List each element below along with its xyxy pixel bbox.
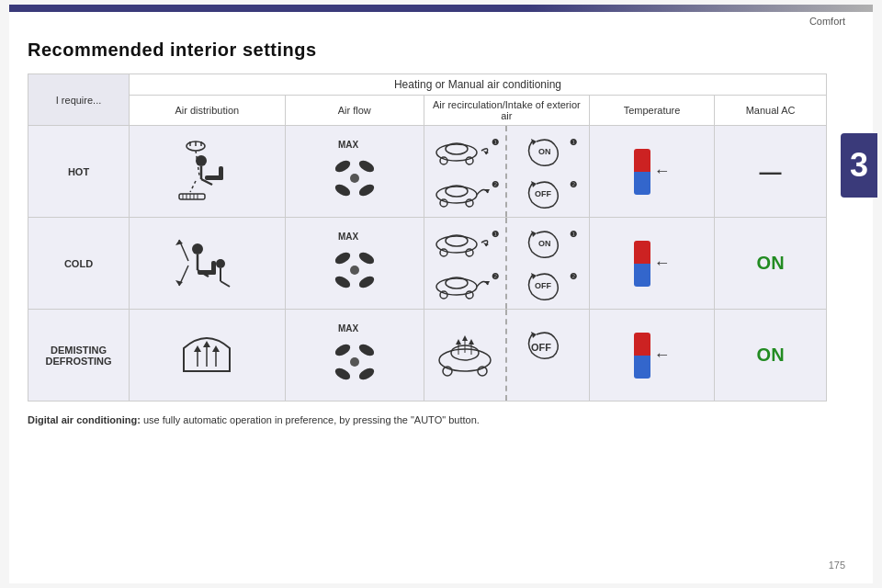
row-cold: COLD bbox=[28, 218, 827, 310]
demist-air-dist bbox=[130, 310, 286, 401]
cold-car-bottom-icon: ❷ bbox=[431, 268, 500, 300]
cold-car-top-icon: ❶ bbox=[431, 226, 500, 258]
cold-air-flow: MAX bbox=[285, 218, 424, 310]
col-air-recirc: Air recirculation/Intake of exterior air bbox=[424, 96, 589, 126]
svg-point-58 bbox=[333, 274, 352, 290]
svg-point-68 bbox=[436, 278, 477, 295]
col-air-flow: Air flow bbox=[285, 96, 424, 126]
svg-point-51 bbox=[216, 259, 225, 268]
svg-text:❶: ❶ bbox=[492, 138, 499, 147]
footnote: Digital air conditioning: use fully auto… bbox=[28, 414, 854, 425]
svg-text:❶: ❶ bbox=[570, 230, 577, 239]
cold-off-icon: ❷ OFF bbox=[518, 268, 578, 300]
svg-point-62 bbox=[436, 236, 477, 253]
svg-point-26 bbox=[446, 143, 468, 154]
svg-point-2 bbox=[196, 155, 207, 166]
svg-marker-101 bbox=[469, 339, 474, 345]
cold-recirc: ❶ ❷ bbox=[424, 218, 589, 310]
heating-header: Heating or Manual air conditioning bbox=[130, 74, 827, 96]
footnote-bold: Digital air conditioning: bbox=[28, 414, 141, 425]
svg-point-63 bbox=[446, 235, 468, 246]
page-number: 175 bbox=[829, 560, 845, 571]
svg-point-32 bbox=[446, 186, 468, 197]
svg-line-16 bbox=[190, 181, 196, 192]
svg-rect-45 bbox=[211, 261, 216, 275]
hot-air-flow: MAX bbox=[285, 126, 424, 218]
svg-point-89 bbox=[333, 366, 352, 382]
svg-text:OFF: OFF bbox=[535, 281, 551, 290]
svg-text:OFF: OFF bbox=[535, 189, 551, 198]
svg-marker-97 bbox=[456, 339, 461, 345]
svg-marker-82 bbox=[203, 341, 210, 347]
cold-label: COLD bbox=[28, 218, 130, 310]
svg-point-60 bbox=[350, 266, 359, 275]
cold-air-dist-icon bbox=[170, 229, 243, 298]
svg-text:❷: ❷ bbox=[492, 272, 499, 281]
svg-point-57 bbox=[356, 250, 376, 266]
svg-marker-99 bbox=[462, 335, 468, 341]
hot-car-bottom-icon: ❷ bbox=[431, 176, 500, 209]
hot-recirc: ❶ bbox=[424, 126, 589, 218]
svg-point-31 bbox=[436, 187, 477, 203]
svg-point-22 bbox=[356, 182, 376, 198]
svg-point-87 bbox=[333, 342, 352, 358]
svg-point-23 bbox=[350, 174, 359, 183]
demist-manual-ac: ON bbox=[715, 310, 827, 401]
svg-point-69 bbox=[446, 277, 468, 288]
cold-temperature: ← bbox=[589, 218, 714, 310]
svg-text:MAX: MAX bbox=[338, 140, 359, 150]
top-bar bbox=[9, 5, 873, 12]
svg-text:MAX: MAX bbox=[338, 323, 359, 334]
svg-point-88 bbox=[356, 342, 376, 358]
cold-air-dist bbox=[130, 218, 286, 310]
svg-point-20 bbox=[356, 158, 376, 175]
svg-point-25 bbox=[436, 144, 477, 161]
cold-manual-ac: ON bbox=[715, 218, 827, 310]
hot-car-top-icon: ❶ bbox=[431, 134, 500, 166]
svg-point-56 bbox=[333, 250, 352, 266]
svg-point-21 bbox=[333, 182, 352, 198]
svg-line-53 bbox=[220, 281, 230, 287]
svg-point-90 bbox=[356, 366, 376, 382]
col-air-dist: Air distribution bbox=[130, 96, 286, 126]
chapter-number: 3 bbox=[841, 133, 877, 198]
svg-text:ON: ON bbox=[538, 147, 551, 156]
svg-rect-1 bbox=[219, 166, 223, 180]
demist-fan-icon: MAX bbox=[322, 321, 387, 390]
cold-fan-icon: MAX bbox=[322, 229, 387, 298]
svg-point-59 bbox=[356, 274, 376, 290]
page-title: Recommended interior settings bbox=[28, 40, 854, 61]
hot-label: HOT bbox=[28, 126, 130, 218]
col-manual-ac: Manual AC bbox=[715, 96, 827, 126]
hot-on-icon: ❶ ON bbox=[518, 134, 578, 166]
hot-off-icon: ❷ OFF bbox=[518, 176, 578, 209]
svg-text:❷: ❷ bbox=[492, 180, 499, 189]
require-header: I require... bbox=[28, 74, 130, 126]
cold-on-icon: ❶ ON bbox=[518, 226, 578, 258]
footnote-text: use fully automatic operation in prefere… bbox=[141, 414, 480, 425]
svg-text:OFF: OFF bbox=[531, 342, 551, 353]
page-wrapper: Comfort 3 Recommended interior settings … bbox=[9, 5, 873, 583]
comfort-label: Comfort bbox=[809, 16, 845, 27]
demist-off-circle-icon: OFF bbox=[518, 325, 578, 385]
col-temperature: Temperature bbox=[589, 96, 714, 126]
hot-fan-icon: MAX bbox=[322, 137, 387, 206]
hot-temperature: ← bbox=[589, 126, 714, 218]
demist-temperature: ← bbox=[589, 310, 714, 401]
hot-air-dist bbox=[130, 126, 286, 218]
demist-air-flow: MAX bbox=[285, 310, 424, 401]
svg-marker-84 bbox=[212, 345, 220, 352]
demist-label: DEMISTINGDEFROSTING bbox=[28, 310, 130, 401]
svg-marker-80 bbox=[194, 345, 201, 352]
hot-air-dist-icon bbox=[170, 137, 243, 206]
svg-point-19 bbox=[333, 158, 352, 175]
demist-car-icon bbox=[433, 325, 497, 385]
row-hot: HOT bbox=[28, 126, 827, 218]
hot-manual-ac: — bbox=[715, 126, 827, 218]
svg-text:ON: ON bbox=[538, 239, 551, 248]
svg-point-91 bbox=[350, 357, 359, 367]
demist-air-dist-icon bbox=[175, 321, 239, 390]
svg-text:MAX: MAX bbox=[338, 232, 359, 242]
row-demist: DEMISTINGDEFROSTING bbox=[28, 310, 827, 401]
svg-text:❶: ❶ bbox=[570, 138, 577, 147]
